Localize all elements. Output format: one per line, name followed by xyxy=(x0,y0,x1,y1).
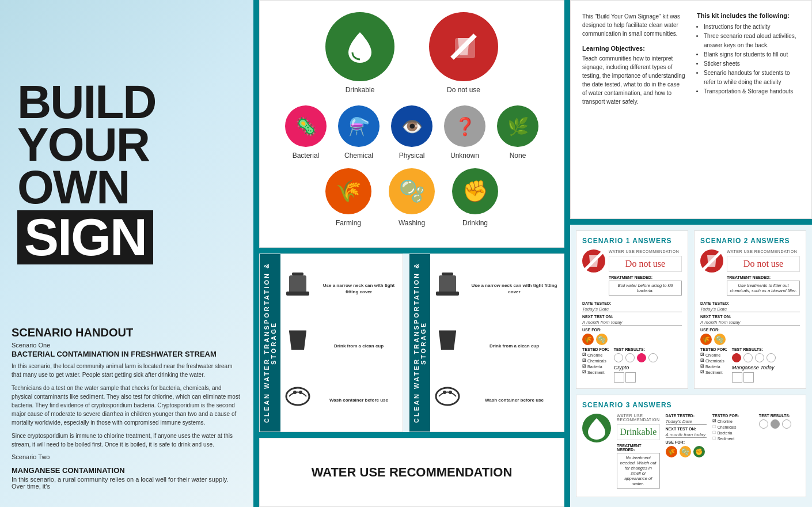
s2-checkboxes: ☑Chlorine ☑Chemicals ☑Bacteria ☑Sediment xyxy=(700,353,727,374)
s1-results-label: TEST RESULTS: xyxy=(614,347,658,351)
title-your: YOUR xyxy=(17,123,242,166)
bacterial-icon-item: 🦠 Bacterial xyxy=(285,105,327,160)
s2-next-label: NEXT TEST ON: xyxy=(700,315,800,319)
learning-objectives-title: Learning Objectives: xyxy=(582,45,685,52)
s2-use-icon-1: 🌾 xyxy=(700,334,712,345)
transport-text-r-3: Wash container before use xyxy=(485,397,544,403)
s3-checkboxes: ☑Chlorine ☐Chemicals ☐Bacteria ☐Sediment xyxy=(712,419,753,441)
vertical-divider-2 xyxy=(564,0,570,507)
scenario-handout-title: SCENARIO HANDOUT xyxy=(12,326,242,339)
svg-rect-8 xyxy=(442,273,453,275)
farming-circle: 🌾 xyxy=(325,168,371,214)
chemical-circle: ⚗️ xyxy=(338,105,380,147)
farming-label: Farming xyxy=(336,219,361,227)
kit-item-3: Blank signs for students to fill out xyxy=(704,50,800,59)
s3-rec-label: WATER USE RECOMMENDATION xyxy=(617,414,660,422)
physical-circle: 👁️ xyxy=(391,105,432,147)
s1-next-value: A month from today xyxy=(582,320,682,326)
s2-rec-label: WATER USE RECOMMENDATION xyxy=(727,249,800,254)
title-sign: SIGN xyxy=(24,209,146,266)
s3-use-icon-1: 🌾 xyxy=(666,446,677,457)
s2-results-label: TEST RESULTS: xyxy=(732,347,776,351)
s1-result-2 xyxy=(625,353,635,362)
svg-point-13 xyxy=(443,391,446,394)
s1-result-1 xyxy=(614,353,623,362)
scenario-two-text: In this scenario, a rural community reli… xyxy=(12,476,242,490)
unknown-icon-item: ❓ Unknown xyxy=(444,105,485,160)
transport-icon-container xyxy=(283,270,312,304)
unknown-circle: ❓ xyxy=(444,105,485,147)
s1-rec-label: WATER USE RECOMMENDATION xyxy=(609,249,682,254)
s2-result-1 xyxy=(732,353,741,362)
scenario-one-title: BACTERIAL CONTAMINATION IN FRESHWATER ST… xyxy=(12,350,242,358)
physical-icon-item: 👁️ Physical xyxy=(391,105,432,160)
transport-text-3: Wash container before use xyxy=(329,397,388,403)
none-circle: 🌿 xyxy=(497,105,538,147)
left-panel: BUILD YOUR OWN SIGN SCENARIO HANDOUT Sce… xyxy=(0,0,253,507)
transport-text-col: Use a narrow neck can with tight fitting… xyxy=(315,254,403,432)
s1-result-text: Crypto xyxy=(614,365,658,370)
title-own: OWN xyxy=(17,166,242,209)
washing-label: Washing xyxy=(399,219,425,227)
transport-header-right: CLEAN WATER TRANSPORTATION & STORAGE xyxy=(409,254,430,432)
s1-result-4 xyxy=(648,353,658,362)
drinkable-circle xyxy=(325,12,394,81)
bacterial-circle: 🦠 xyxy=(285,105,327,147)
scenario-2-title: SCENARIO 2 ANSWERS xyxy=(700,237,800,245)
learning-objectives-text: Teach communities how to interpret signa… xyxy=(582,54,685,106)
svg-point-14 xyxy=(449,391,452,394)
s2-result-4 xyxy=(767,353,776,362)
transport-panel-right: CLEAN WATER TRANSPORTATION & STORAGE xyxy=(409,254,564,432)
svg-rect-3 xyxy=(286,292,309,296)
scenario-section: SCENARIO HANDOUT Scenario One BACTERIAL … xyxy=(12,320,242,495)
kit-item-1: Instructions for the activity xyxy=(704,22,800,32)
s3-drinkable: Drinkable xyxy=(617,424,660,440)
s1-tested-label: TESTED FOR: xyxy=(582,347,609,351)
s2-box-2 xyxy=(743,372,754,383)
s1-treatment-label: TREATMENT NEEDED: xyxy=(609,275,682,279)
kit-includes-title: This kit includes the following: xyxy=(697,12,800,19)
transport-icon-cup-r xyxy=(433,326,462,360)
chemical-label: Chemical xyxy=(344,152,373,160)
horizontal-divider-2 xyxy=(570,219,812,225)
icon-row-contaminants: 🦠 Bacterial ⚗️ Chemical 👁️ Physical ❓ Un… xyxy=(277,105,547,160)
transport-header-left: CLEAN WATER TRANSPORTATION & STORAGE xyxy=(260,254,280,432)
s3-treatment-text: No treatment needed. Watch out for chang… xyxy=(617,453,660,489)
transport-icons-col xyxy=(280,254,315,432)
transport-icon-wash-r xyxy=(433,382,462,416)
s2-date-value: Today's Date xyxy=(700,307,800,312)
s1-checkboxes: ☑Chlorine ☑Chemicals ☑Bacteria ☑Sediment xyxy=(582,353,609,374)
kit-item-5: Scenario handouts for students to refer … xyxy=(704,69,800,87)
transport-icon-cup xyxy=(283,326,312,360)
s2-tested-label: TESTED FOR: xyxy=(700,347,727,351)
horizontal-divider-3 xyxy=(259,432,564,438)
scenario-one-label: Scenario One xyxy=(12,342,242,349)
svg-point-7 xyxy=(299,391,302,394)
drinkable-icon-item: Drinkable xyxy=(325,12,394,94)
s3-test-results xyxy=(759,419,800,429)
s1-box-2 xyxy=(625,372,636,383)
s1-test-results xyxy=(614,353,658,362)
do-not-use-circle xyxy=(429,12,498,81)
transport-text-1: Use a narrow neck can with tight fitting… xyxy=(317,282,400,295)
unknown-label: Unknown xyxy=(450,152,479,160)
icons-panel: Drinkable Do not use 🦠 Bacte xyxy=(259,0,564,248)
s2-result-2 xyxy=(743,353,753,362)
transport-panel-left: CLEAN WATER TRANSPORTATION & STORAGE xyxy=(259,254,403,432)
scenario-3-icon xyxy=(582,414,611,442)
svg-rect-1 xyxy=(292,273,303,275)
scenario-3-title: SCENARIO 3 ANSWERS xyxy=(582,401,800,409)
washing-icon-item: 🫧 Washing xyxy=(389,168,435,227)
title-build: BUILD xyxy=(17,81,242,123)
scenario-two-label: Scenario Two xyxy=(12,453,242,460)
s3-results-label: TEST RESULTS: xyxy=(759,414,800,418)
s2-date-label: DATE TESTED: xyxy=(700,301,800,305)
s1-date-label: DATE TESTED: xyxy=(582,301,682,305)
s2-result-text: Manganese Today xyxy=(732,365,776,370)
s1-use-for-label: USE FOR: xyxy=(582,328,682,332)
washing-circle: 🫧 xyxy=(389,168,435,214)
s1-box-1 xyxy=(614,372,624,383)
svg-point-6 xyxy=(293,391,297,394)
transport-icon-container-r xyxy=(433,270,462,304)
s3-use-icon-3: ✊ xyxy=(693,446,705,457)
